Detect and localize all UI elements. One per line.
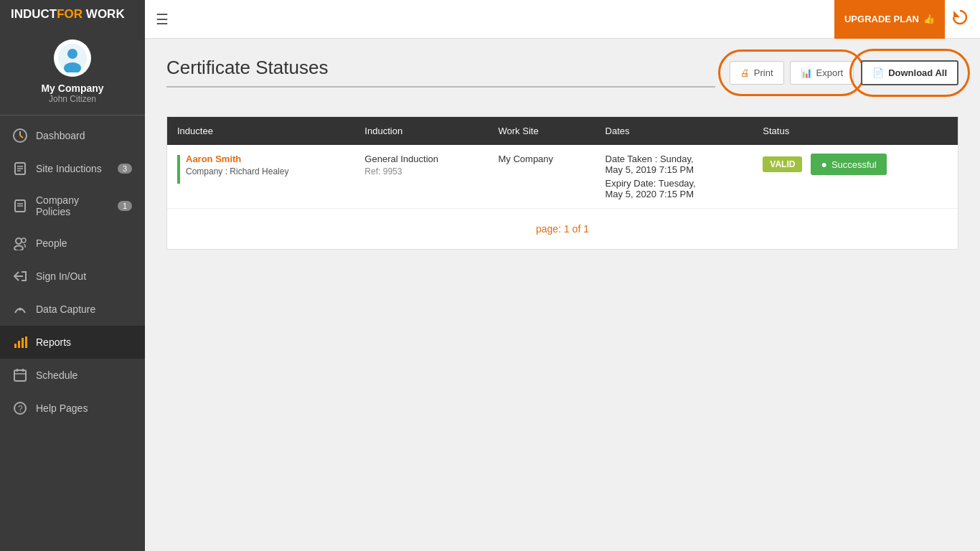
- dashboard-icon: [13, 128, 27, 143]
- dates-cell: Date Taken : Sunday, May 5, 2019 7:15 PM…: [595, 145, 753, 209]
- sidebar-item-dashboard[interactable]: Dashboard: [0, 119, 145, 152]
- upgrade-plan-label: UPGRADE PLAN: [844, 14, 919, 24]
- svg-rect-16: [14, 344, 17, 348]
- induction-cell: General Induction Ref: 9953: [354, 145, 488, 209]
- svg-point-11: [16, 238, 22, 244]
- export-button[interactable]: 📊 Export: [790, 61, 854, 85]
- svg-rect-17: [18, 341, 20, 348]
- print-button[interactable]: 🖨 Print: [730, 61, 784, 85]
- pagination: page: 1 of 1: [167, 209, 958, 249]
- signin-icon: [13, 269, 27, 283]
- sidebar-item-label-people: People: [36, 237, 132, 249]
- date-taken: May 5, 2019 7:15 PM: [606, 164, 743, 175]
- svg-text:?: ?: [18, 404, 23, 414]
- status-cell: VALID ● Successful: [753, 145, 958, 209]
- schedule-icon: [13, 368, 27, 382]
- sidebar-item-label-data-capture: Data Capture: [36, 303, 132, 315]
- company-policies-badge: 1: [118, 201, 132, 211]
- topbar-right: UPGRADE PLAN 👍: [834, 0, 969, 39]
- sidebar-item-people[interactable]: People: [0, 227, 145, 260]
- sidebar-item-label-dashboard: Dashboard: [36, 130, 132, 141]
- sidebar-nav: Dashboard Site Inductions 3 Company Poli…: [0, 116, 145, 551]
- certificate-table-container: Inductee Induction Work Site Dates Statu…: [166, 116, 958, 250]
- sidebar-item-sign-in-out[interactable]: Sign In/Out: [0, 260, 145, 293]
- print-label: Print: [754, 67, 773, 78]
- refresh-button[interactable]: [951, 8, 969, 31]
- company-name: My Company: [41, 83, 103, 94]
- svg-rect-19: [25, 336, 27, 348]
- avatar: [54, 39, 91, 77]
- col-dates: Dates: [595, 117, 753, 145]
- valid-badge: VALID: [763, 156, 802, 172]
- inductee-company: Company : Richard Healey: [186, 166, 288, 176]
- successful-icon: ●: [821, 159, 826, 170]
- svg-point-13: [22, 238, 26, 242]
- sidebar-item-label-site-inductions: Site Inductions: [36, 163, 109, 174]
- svg-rect-18: [22, 338, 24, 348]
- svg-point-1: [67, 49, 77, 59]
- col-inductee: Inductee: [167, 117, 354, 145]
- sidebar-item-label-company-policies: Company Policies: [36, 194, 109, 217]
- title-section: Certificate Statuses: [166, 57, 715, 88]
- sidebar-item-data-capture[interactable]: Data Capture: [0, 293, 145, 326]
- print-icon: 🖨: [740, 67, 750, 78]
- expiry-label: Expiry Date: Tuesday,: [606, 178, 743, 189]
- inductions-icon: [13, 161, 27, 176]
- people-icon: [13, 236, 27, 250]
- sidebar-item-site-inductions[interactable]: Site Inductions 3: [0, 152, 145, 185]
- sidebar: INDUCTFOR WORK My Company John Citizen D…: [0, 0, 145, 551]
- certificate-table: Inductee Induction Work Site Dates Statu…: [167, 117, 958, 209]
- svg-rect-20: [14, 370, 26, 381]
- sidebar-item-label-schedule: Schedule: [36, 369, 132, 381]
- export-icon: 📊: [801, 67, 812, 78]
- table-header-row: Inductee Induction Work Site Dates Statu…: [167, 117, 958, 145]
- download-all-button[interactable]: 📄 Download All: [861, 60, 958, 85]
- topbar: ☰ UPGRADE PLAN 👍: [145, 0, 980, 39]
- expiry-date: May 5, 2020 7:15 PM: [606, 189, 743, 199]
- col-status: Status: [753, 117, 958, 145]
- user-name: John Citizen: [49, 94, 96, 104]
- sidebar-item-schedule[interactable]: Schedule: [0, 359, 145, 392]
- reports-icon: [13, 335, 27, 349]
- induction-name: General Induction: [364, 154, 478, 164]
- sidebar-item-reports[interactable]: Reports: [0, 326, 145, 359]
- svg-point-15: [19, 308, 22, 311]
- inductee-name[interactable]: Aaron Smith: [186, 154, 288, 164]
- policies-icon: [13, 199, 27, 213]
- circle-group: 🖨 Print 📊 Export: [730, 61, 854, 85]
- successful-label: Successful: [831, 159, 877, 170]
- logo-work: WORK: [83, 7, 125, 21]
- upgrade-plan-button[interactable]: UPGRADE PLAN 👍: [834, 0, 945, 39]
- work-site-cell: My Company: [489, 145, 595, 209]
- svg-marker-26: [953, 11, 960, 17]
- action-buttons: 🖨 Print 📊 Export 📄 Download All: [730, 60, 958, 85]
- page-title: Certificate Statuses: [166, 57, 715, 86]
- pagination-text: page: 1 of 1: [536, 223, 589, 235]
- sidebar-item-company-policies[interactable]: Company Policies 1: [0, 185, 145, 227]
- successful-button[interactable]: ● Successful: [811, 154, 886, 175]
- app-logo: INDUCTFOR WORK: [0, 0, 145, 29]
- svg-point-12: [14, 246, 23, 251]
- table-row: Aaron Smith Company : Richard Healey Gen…: [167, 145, 958, 209]
- download-icon: 📄: [872, 67, 884, 78]
- export-label: Export: [816, 67, 844, 78]
- logo-text: INDUCTFOR WORK: [11, 7, 125, 22]
- content-header: Certificate Statuses 🖨 Print 📊 Export: [166, 57, 958, 102]
- col-work-site: Work Site: [489, 117, 595, 145]
- site-inductions-badge: 3: [118, 164, 132, 174]
- user-profile: My Company John Citizen: [0, 29, 145, 116]
- logo-induct: INDUCT: [11, 7, 57, 21]
- topbar-left: ☰: [156, 11, 169, 28]
- date-taken-label: Date Taken : Sunday,: [606, 154, 743, 164]
- logo-for: FOR: [57, 7, 83, 21]
- sidebar-item-label-reports: Reports: [36, 336, 132, 348]
- sidebar-item-help-pages[interactable]: ? Help Pages: [0, 392, 145, 425]
- green-bar: [177, 155, 180, 184]
- induction-ref: Ref: 9953: [364, 166, 478, 176]
- upgrade-plan-icon: 👍: [923, 14, 935, 24]
- hamburger-icon[interactable]: ☰: [156, 11, 169, 28]
- sidebar-item-label-help-pages: Help Pages: [36, 402, 132, 414]
- download-all-group: 📄 Download All: [861, 60, 958, 85]
- main-area: ☰ UPGRADE PLAN 👍 Certificate Statuses: [145, 0, 980, 551]
- help-icon: ?: [13, 401, 27, 415]
